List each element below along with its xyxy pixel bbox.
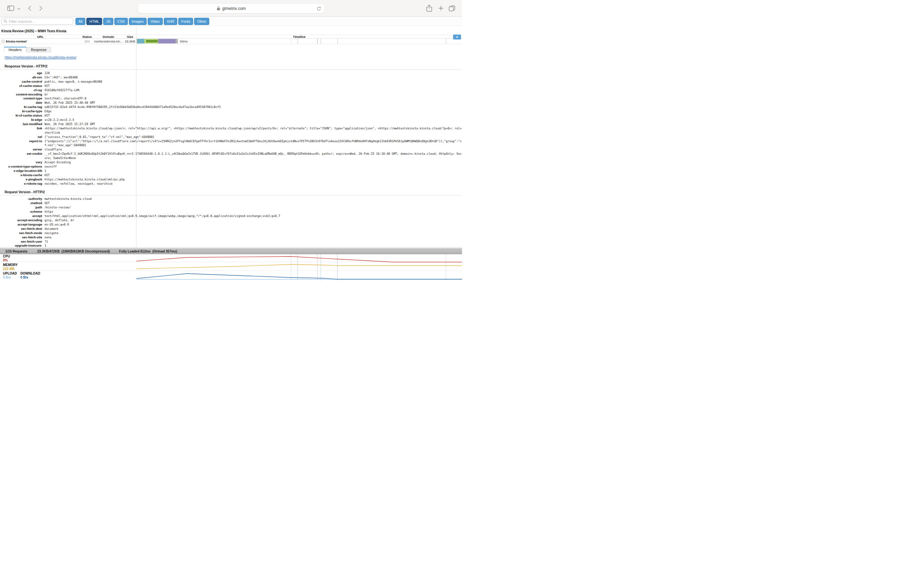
resource-monitor: CPU 0% MEMORY 210 MB UPLOAD DOWNLOAD 0 B…: [0, 254, 462, 280]
memory-chart-line: [136, 264, 462, 269]
transfer-size: 23.3KB/472KB (106KB/610KB Uncompressed): [37, 250, 110, 253]
header-key: sec-fetch-site: [4, 235, 42, 240]
header-value: {"endpoints":[{"url":"https:\/\/a.nel.cl…: [45, 139, 462, 148]
header-row: cache-control public, max-age=0, s-maxag…: [4, 80, 462, 84]
request-url-link[interactable]: https://mwhtestskinsta.kinsta.cloud/kins…: [4, 55, 76, 59]
filter-buttons: AllHTMLJSCSSImagesVideoXHRFontsOther: [75, 18, 209, 25]
filter-button[interactable]: Video: [148, 18, 163, 25]
filter-button[interactable]: Other: [194, 18, 209, 25]
header-key: ki-edge: [4, 118, 42, 122]
header-row: sec-fetch-mode navigate: [4, 231, 462, 235]
address-bar[interactable]: gtmetrix.com: [138, 3, 325, 13]
filter-button[interactable]: CSS: [114, 18, 128, 25]
header-key: x-kinsta-cache: [4, 173, 42, 178]
header-key: nel: [4, 135, 42, 139]
header-value: Edge: [45, 109, 462, 114]
header-value: gzip, deflate, br: [45, 218, 462, 223]
request-url-cell[interactable]: kinsta-review/: [6, 39, 27, 43]
header-row: vary Accept-Encoding: [4, 160, 462, 165]
resource-charts: [136, 254, 462, 280]
header-key: :path: [4, 205, 42, 210]
waterfall-segment-receiving: [158, 39, 176, 43]
header-value: 918108ef6922777a-LHR: [45, 88, 462, 93]
timeline-event-marker: [317, 39, 318, 44]
header-key: x-pingback: [4, 178, 42, 182]
request-duration: 83ms: [180, 39, 188, 43]
header-row: x-kinsta-cache HIT: [4, 173, 462, 178]
cpu-chart-line: [136, 256, 462, 262]
upload-value: 0 B/s: [3, 275, 18, 280]
section-divider: [0, 195, 462, 196]
waterfall-segment-blocking: [137, 39, 144, 43]
header-row: accept text/html,application/xhtml+xml,a…: [4, 214, 462, 218]
timeline-event-marker: [338, 39, 338, 44]
search-input[interactable]: [2, 18, 73, 25]
table-header: URL Status Domain Size Timeline: [0, 34, 462, 39]
back-button[interactable]: [28, 6, 31, 11]
column-status[interactable]: Status: [81, 35, 93, 39]
header-key: ki-cf-cache-status: [4, 114, 42, 118]
header-value: br: [45, 93, 462, 97]
new-tab-icon[interactable]: [438, 6, 444, 11]
table-row[interactable]: - kinsta-review/ 200 mwhtestskinsta.kin.…: [0, 39, 462, 44]
header-row: cf-ray 918108ef6922777a-LHR: [4, 88, 462, 93]
tab-overview-icon[interactable]: [449, 6, 455, 11]
download-chart-line: [136, 274, 462, 279]
timeline-options-dropdown[interactable]: [453, 34, 461, 39]
waterfall-segment-end-cap: [176, 39, 178, 43]
header-value: Wed, 26 Feb 2025 15:27:29 GMT: [45, 122, 462, 126]
filter-button[interactable]: Images: [129, 18, 147, 25]
collapse-icon[interactable]: -: [2, 40, 4, 43]
header-value: v=20.3.2;mv=3.3.5: [45, 118, 462, 122]
header-value: HIT: [45, 114, 462, 118]
share-icon[interactable]: [426, 4, 432, 12]
reload-icon[interactable]: [316, 7, 321, 11]
header-key: :method: [4, 201, 42, 205]
waterfall-bar: [137, 39, 178, 43]
header-value: document: [45, 227, 462, 231]
forward-button[interactable]: [39, 6, 42, 11]
tab-response[interactable]: Response: [26, 47, 51, 52]
header-value: mwhtestskinsta.kinsta.cloud: [45, 197, 462, 201]
filter-button[interactable]: JS: [103, 18, 113, 25]
header-row: date Wed, 26 Feb 2025 15:40:40 GMT: [4, 101, 462, 105]
page-title: Kinsta Review (2025) – MWH Tests Kinsta: [0, 26, 462, 34]
url-text: gtmetrix.com: [222, 6, 246, 11]
header-row: ki-cf-cache-status HIT: [4, 114, 462, 118]
chevron-down-icon[interactable]: [17, 8, 20, 10]
tab-headers[interactable]: Headers: [4, 47, 26, 52]
column-url[interactable]: URL: [0, 35, 81, 39]
header-key: accept-language: [4, 223, 42, 227]
header-row: server cloudflare: [4, 148, 462, 152]
timeline-event-marker: [321, 39, 321, 44]
header-key: sec-fetch-dest: [4, 227, 42, 231]
browser-toolbar: gtmetrix.com: [0, 0, 462, 17]
column-domain[interactable]: Domain: [93, 35, 124, 39]
header-key: ki-cache-tag: [4, 105, 42, 109]
sidebar-toggle-icon[interactable]: [7, 6, 14, 11]
header-key: x-robots-tag: [4, 182, 42, 186]
filter-button[interactable]: All: [75, 18, 86, 25]
filter-button[interactable]: HTML: [86, 18, 102, 25]
header-row: link <https://mwhtestskinsta.kinsta.clou…: [4, 126, 462, 135]
load-timing: Fully Loaded 612ms (Onload 357ms): [119, 250, 177, 253]
header-key: cf-ray: [4, 88, 42, 93]
header-row: sec-fetch-site none: [4, 235, 462, 240]
header-value: /kinsta-review/: [45, 205, 462, 210]
header-key: x-edge-location-klb: [4, 169, 42, 173]
response-section-title: Response Version - HTTP/2: [4, 64, 462, 68]
header-key: accept-encoding: [4, 218, 42, 223]
header-key: :scheme: [4, 210, 42, 214]
request-size-cell: 23.3KB: [124, 39, 136, 43]
header-value: nosniff: [45, 165, 462, 169]
header-value: HIT: [45, 173, 462, 178]
column-size[interactable]: Size: [124, 35, 136, 39]
header-value: https: [45, 210, 462, 214]
header-row: nel {"success_fraction":0.01,"report_to"…: [4, 135, 462, 139]
header-key: age: [4, 71, 42, 75]
header-key: set-cookie: [4, 152, 42, 160]
header-row: x-pingback https://mwhtestskinsta.kinsta…: [4, 178, 462, 182]
filter-button[interactable]: Fonts: [178, 18, 194, 25]
header-row: ki-cache-tag ed631f32-62e4-4474-bcda-990…: [4, 105, 462, 109]
filter-button[interactable]: XHR: [164, 18, 177, 25]
